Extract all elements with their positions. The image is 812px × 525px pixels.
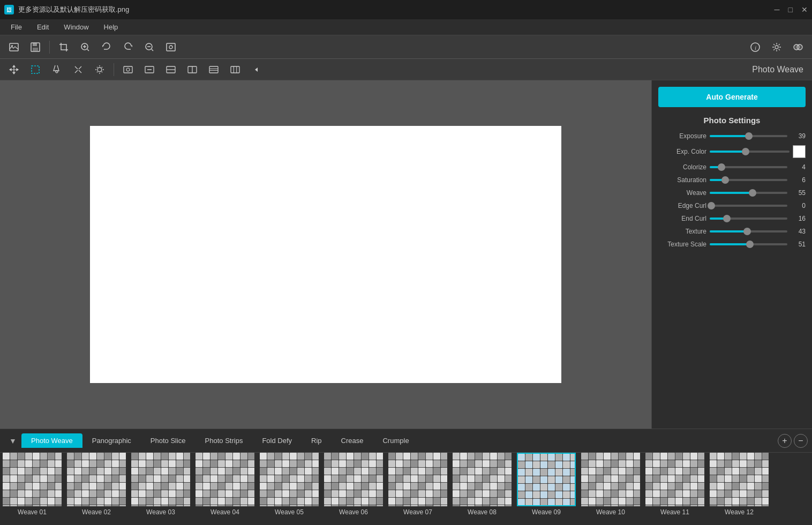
svg-rect-772 xyxy=(740,490,747,497)
svg-rect-654 xyxy=(626,498,633,505)
split-h-tool[interactable] xyxy=(161,61,181,78)
svg-rect-357 xyxy=(362,460,369,467)
expcolor-swatch[interactable] xyxy=(793,145,806,158)
photo-tool[interactable] xyxy=(118,61,138,78)
zoom-out-button[interactable] xyxy=(140,39,159,56)
move-tool[interactable] xyxy=(4,61,24,78)
svg-rect-695 xyxy=(698,475,704,482)
svg-rect-429 xyxy=(426,468,433,475)
svg-rect-642 xyxy=(596,490,603,497)
svg-rect-471 xyxy=(441,505,447,506)
close-button[interactable]: ✕ xyxy=(801,5,808,14)
light-tool[interactable] xyxy=(90,61,109,78)
window-controls[interactable]: ─ □ ✕ xyxy=(775,5,808,14)
tab-prev-arrow[interactable]: ▼ xyxy=(4,432,21,449)
svg-rect-347 xyxy=(347,453,354,460)
photo-settings-title: Photo Settings xyxy=(658,116,806,125)
weave-slider[interactable] xyxy=(710,192,787,194)
weave-item-1[interactable]: Weave 01 xyxy=(0,453,64,518)
transform-tool[interactable] xyxy=(69,61,88,78)
texture-slider[interactable] xyxy=(710,230,787,232)
svg-rect-761 xyxy=(717,483,724,490)
svg-rect-779 xyxy=(732,498,739,505)
maximize-button[interactable]: □ xyxy=(788,5,793,14)
svg-rect-213 xyxy=(169,505,176,506)
tab-add-button[interactable]: + xyxy=(778,434,792,448)
effects-button[interactable] xyxy=(788,39,808,56)
crop-tool[interactable] xyxy=(47,61,66,78)
split-v-tool[interactable] xyxy=(183,61,202,78)
image-button[interactable] xyxy=(4,39,24,56)
settings-button[interactable] xyxy=(767,39,786,56)
weave-item-9[interactable]: Weave 09 xyxy=(514,453,578,518)
saturation-slider[interactable] xyxy=(710,179,787,181)
endcurl-slider[interactable] xyxy=(710,218,787,220)
texturescale-slider[interactable] xyxy=(710,243,787,245)
svg-rect-410 xyxy=(403,453,410,460)
columns-tool[interactable] xyxy=(225,61,245,78)
menu-file[interactable]: File xyxy=(4,21,28,33)
redo-button[interactable] xyxy=(118,39,138,56)
svg-rect-492 xyxy=(483,468,490,475)
expcolor-label: Exp. Color xyxy=(658,148,706,155)
weave-item-10[interactable]: Weave 10 xyxy=(578,453,643,518)
tab-crumple[interactable]: Crumple xyxy=(373,433,418,448)
weave-item-6[interactable]: Weave 06 xyxy=(321,453,386,518)
svg-rect-475 xyxy=(475,453,482,460)
weave-item-12[interactable]: Weave 12 xyxy=(707,453,771,518)
expand-tool[interactable] xyxy=(247,61,266,78)
exposure-row: Exposure 39 xyxy=(658,132,806,140)
edgecurl-value: 0 xyxy=(791,202,806,209)
weave-item-2[interactable]: Weave 02 xyxy=(64,453,129,518)
weave-item-4[interactable]: Weave 04 xyxy=(193,453,257,518)
svg-rect-277 xyxy=(233,505,240,506)
minimize-button[interactable]: ─ xyxy=(775,5,780,14)
zoom-in-button[interactable] xyxy=(76,39,95,56)
tab-photo-weave[interactable]: Photo Weave xyxy=(21,433,82,448)
svg-rect-352 xyxy=(324,460,331,467)
grid-tool[interactable] xyxy=(204,61,223,78)
svg-rect-181 xyxy=(169,475,176,482)
tab-remove-button[interactable]: − xyxy=(794,434,808,448)
weave-strip: Weave 01Weave 02Weave 03Weave 04Weave 05… xyxy=(0,452,812,525)
edgecurl-slider[interactable] xyxy=(710,205,787,207)
svg-rect-86 xyxy=(48,505,55,506)
svg-rect-276 xyxy=(225,505,232,506)
menu-help[interactable]: Help xyxy=(97,21,125,33)
tab-crease[interactable]: Crease xyxy=(332,433,373,448)
info-button[interactable]: i xyxy=(746,39,765,56)
weave-item-3[interactable]: Weave 03 xyxy=(129,453,193,518)
svg-rect-282 xyxy=(275,453,282,460)
tab-panographic[interactable]: Panographic xyxy=(82,433,141,448)
select-tool[interactable] xyxy=(26,61,45,78)
save-button[interactable] xyxy=(26,39,45,56)
weave-item-11[interactable]: Weave 11 xyxy=(643,453,707,518)
undo-button[interactable] xyxy=(97,39,116,56)
svg-rect-76 xyxy=(33,498,40,505)
svg-rect-60 xyxy=(33,483,40,490)
exposure-slider[interactable] xyxy=(710,135,787,137)
crop-button[interactable] xyxy=(54,39,73,56)
svg-rect-74 xyxy=(18,498,25,505)
weave-item-5[interactable]: Weave 05 xyxy=(257,453,321,518)
auto-generate-button[interactable]: Auto Generate xyxy=(658,87,806,107)
svg-rect-461 xyxy=(426,498,433,505)
svg-rect-773 xyxy=(747,490,754,497)
tab-fold-defy[interactable]: Fold Defy xyxy=(252,433,302,448)
preview-button[interactable] xyxy=(161,39,181,56)
svg-rect-585 xyxy=(525,499,532,506)
remove-tool[interactable] xyxy=(140,61,159,78)
svg-rect-238 xyxy=(240,468,247,475)
weave-item-7[interactable]: Weave 07 xyxy=(386,453,450,518)
weave-item-8[interactable]: Weave 08 xyxy=(450,453,514,518)
tab-rip[interactable]: Rip xyxy=(302,433,332,448)
menu-window[interactable]: Window xyxy=(57,21,95,33)
colorize-slider[interactable] xyxy=(710,166,787,168)
svg-rect-422 xyxy=(433,460,440,467)
canvas-area[interactable] xyxy=(0,80,651,429)
tab-photo-strips[interactable]: Photo Strips xyxy=(196,433,253,448)
weave-value: 55 xyxy=(791,189,806,197)
menu-edit[interactable]: Edit xyxy=(31,21,55,33)
tab-photo-slice[interactable]: Photo Slice xyxy=(141,433,196,448)
expcolor-slider[interactable] xyxy=(710,151,790,153)
